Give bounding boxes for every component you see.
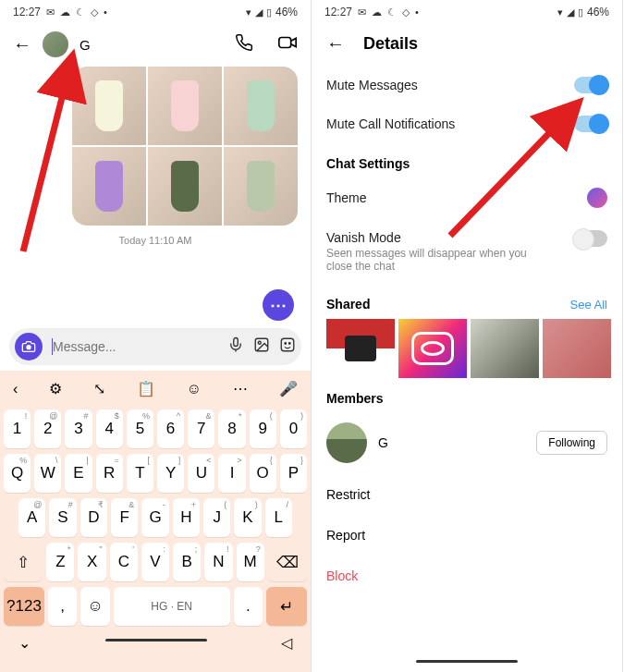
kbd-sticker-icon[interactable]: ☺	[187, 381, 202, 397]
enter-key[interactable]: ↵	[266, 587, 307, 626]
key-O[interactable]: O{	[250, 454, 276, 493]
msg-image[interactable]	[72, 67, 146, 145]
theme-row[interactable]: Theme	[326, 177, 607, 219]
key-D[interactable]: D₹	[80, 498, 107, 537]
key-K[interactable]: K)	[234, 498, 261, 537]
key-6[interactable]: 6^	[157, 409, 184, 448]
key-I[interactable]: I>	[218, 454, 245, 493]
comma-key[interactable]: ,	[48, 587, 77, 626]
block-link[interactable]: Block	[326, 556, 607, 596]
key-U[interactable]: U<	[188, 454, 214, 493]
battery-pct: 46%	[587, 6, 609, 18]
key-X[interactable]: X"	[78, 543, 105, 581]
key-P[interactable]: P}	[280, 454, 307, 493]
mute-calls-toggle[interactable]	[574, 116, 607, 132]
symbols-key[interactable]: ?123	[4, 587, 44, 626]
status-time: 12:27	[324, 6, 352, 18]
nav-back-icon[interactable]: ◁	[281, 634, 292, 652]
emoji-key[interactable]: ☺	[80, 587, 109, 626]
msg-image[interactable]	[148, 147, 222, 226]
status-icon: ✉	[358, 6, 366, 18]
member-row[interactable]: G Following	[326, 411, 607, 474]
backspace-key[interactable]: ⌫	[268, 543, 307, 581]
mic-icon[interactable]	[227, 336, 244, 358]
restrict-link[interactable]: Restrict	[326, 474, 607, 515]
key-M[interactable]: M?	[237, 543, 264, 581]
key-4[interactable]: 4$	[96, 409, 123, 448]
vanish-toggle[interactable]	[574, 230, 607, 247]
camera-button[interactable]	[15, 333, 43, 360]
key-N[interactable]: N!	[204, 543, 232, 581]
key-S[interactable]: S#	[49, 498, 76, 537]
key-5[interactable]: 5%	[127, 409, 153, 448]
key-R[interactable]: R=	[96, 454, 123, 493]
status-dot: •	[104, 6, 107, 18]
key-3[interactable]: 3#	[65, 409, 92, 448]
msg-image[interactable]	[148, 67, 222, 145]
kbd-resize-icon[interactable]: ⤡	[93, 380, 105, 397]
key-H[interactable]: H+	[173, 498, 200, 537]
key-C[interactable]: C'	[110, 543, 138, 581]
key-W[interactable]: W\	[34, 454, 61, 493]
key-1[interactable]: 1!	[4, 409, 31, 448]
back-button[interactable]: ←	[326, 33, 345, 55]
home-indicator[interactable]	[416, 660, 518, 663]
kbd-collapse-icon[interactable]: ‹	[13, 381, 18, 397]
shared-image[interactable]	[471, 319, 539, 378]
message-bubble[interactable]	[0, 67, 311, 226]
shared-image[interactable]	[398, 319, 467, 378]
msg-image[interactable]	[224, 67, 298, 145]
msg-image[interactable]	[224, 147, 298, 226]
contact-name-area[interactable]: G	[80, 37, 211, 53]
kbd-mic-icon[interactable]: 🎤	[279, 380, 298, 397]
key-A[interactable]: A@	[18, 498, 45, 537]
key-2[interactable]: 2@	[34, 409, 61, 448]
key-7[interactable]: 7&	[188, 409, 214, 448]
sticker-icon[interactable]	[279, 336, 296, 358]
options-button[interactable]: ⋯	[263, 289, 294, 321]
video-icon[interactable]	[277, 32, 298, 57]
key-L[interactable]: L/	[265, 498, 292, 537]
shared-image[interactable]	[543, 319, 611, 378]
members-header: Members	[326, 378, 607, 411]
key-Q[interactable]: Q%	[4, 454, 31, 493]
key-F[interactable]: F&	[111, 498, 138, 537]
status-icon: ☁	[60, 6, 70, 18]
wifi-icon: ▾	[557, 6, 563, 18]
call-icon[interactable]	[235, 33, 253, 56]
key-E[interactable]: E|	[65, 454, 92, 493]
key-0[interactable]: 0)	[280, 409, 307, 448]
key-8[interactable]: 8*	[218, 409, 245, 448]
kbd-clipboard-icon[interactable]: 📋	[137, 380, 155, 397]
message-input-field[interactable]	[53, 339, 218, 354]
key-T[interactable]: T[	[127, 454, 153, 493]
home-indicator[interactable]	[105, 639, 207, 641]
key-9[interactable]: 9(	[250, 409, 276, 448]
key-J[interactable]: J(	[203, 498, 230, 537]
shift-key[interactable]: ⇧	[4, 543, 43, 581]
shared-image[interactable]	[326, 319, 395, 378]
following-button[interactable]: Following	[536, 431, 607, 455]
mute-messages-toggle[interactable]	[574, 77, 607, 93]
mute-messages-row: Mute Messages	[326, 66, 607, 104]
svg-point-1	[26, 345, 31, 349]
period-key[interactable]: .	[234, 587, 263, 626]
contact-avatar[interactable]	[43, 31, 68, 57]
kbd-more-icon[interactable]: ⋯	[233, 380, 248, 397]
battery-icon: ▯	[266, 6, 272, 18]
key-V[interactable]: V:	[141, 543, 169, 581]
message-input[interactable]	[52, 338, 218, 355]
space-key[interactable]: HG · EN	[114, 587, 230, 626]
see-all-link[interactable]: See All	[570, 298, 607, 312]
kbd-settings-icon[interactable]: ⚙	[49, 380, 62, 397]
back-button[interactable]: ←	[13, 34, 31, 55]
nav-down-icon[interactable]: ⌄	[18, 634, 31, 652]
key-Z[interactable]: Z*	[46, 543, 74, 581]
key-B[interactable]: B;	[173, 543, 201, 581]
msg-image[interactable]	[72, 147, 146, 226]
report-link[interactable]: Report	[326, 515, 607, 556]
page-title: Details	[363, 34, 418, 54]
key-G[interactable]: G-	[141, 498, 168, 537]
gallery-icon[interactable]	[253, 336, 270, 358]
key-Y[interactable]: Y]	[157, 454, 184, 493]
